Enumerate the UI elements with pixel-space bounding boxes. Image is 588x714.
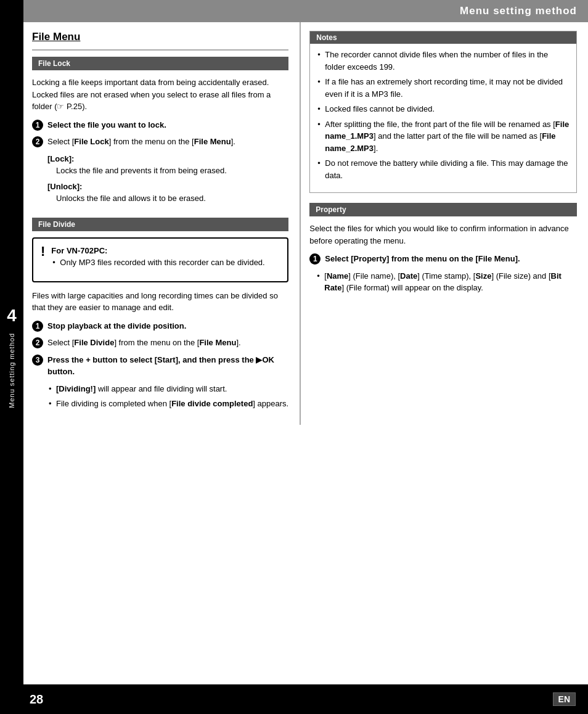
property-label: Property [309,203,577,216]
warning-content: For VN-702PC: Only MP3 files recorded wi… [51,245,264,275]
unlock-label: [Unlock]: [47,182,82,191]
file-lock-step2: 2 Select [File Lock] from the menu on th… [32,136,288,148]
property-step1: 1 Select [Property] from the menu on the… [309,253,577,265]
note-item-3: Locked files cannot be divided. [316,103,570,115]
file-divide-label: File Divide [32,218,288,231]
property-section: Property Select the files for which you … [309,203,577,294]
page-number: 28 [30,692,43,707]
divide-step3: 3 Press the + button to select [Start], … [32,354,288,378]
notes-header: Notes [310,31,576,44]
divide-step2: 2 Select [File Divide] from the menu on … [32,337,288,349]
step1-text: Select the file you want to lock. [47,119,166,131]
unlock-item: [Unlock]: Unlocks the file and allows it… [47,181,288,205]
step-num-2: 2 [32,136,43,147]
chapter-title: Menu setting method [8,333,15,408]
note-item-5: Do not remove the battery while dividing… [316,157,570,181]
file-menu-heading: File Menu [32,31,288,43]
step-num-p1: 1 [309,253,321,265]
lock-label: [Lock]: [47,154,74,163]
columns-layout: File Menu File Lock Locking a file keeps… [23,22,588,425]
file-lock-body: Locking a file keeps important data from… [32,76,288,113]
divide-step3-text: Press the + button to select [Start], an… [47,354,288,378]
lock-item: [Lock]: Locks the file and prevents it f… [47,153,288,177]
divide-step2-text: Select [File Divide] from the menu on th… [47,337,241,349]
chapter-number: 4 [7,306,17,326]
divide-bullet2: File dividing is completed when [File di… [47,398,288,410]
warning-icon: ! [41,244,45,260]
step-num-d2: 2 [32,337,43,348]
divide-step1: 1 Stop playback at the divide position. [32,320,288,332]
file-lock-step1: 1 Select the file you want to lock. [32,119,288,131]
file-lock-label: File Lock [32,57,288,70]
property-bullet1: [Name] (File name), [Date] (Time stamp),… [316,270,577,294]
property-step1-text: Select [Property] from the menu on the [… [325,253,520,265]
language-label: EN [553,692,576,706]
bottom-bar: 28 EN [0,684,588,714]
side-tab: 4 Menu setting method [0,0,23,714]
page-title: Menu setting method [460,5,577,17]
property-bullets: [Name] (File name), [Date] (Time stamp),… [316,270,577,294]
divide-bullets: [Dividing!] will appear and file dividin… [47,383,288,410]
step-num-d1: 1 [32,321,43,332]
notes-box: Notes The recorder cannot divide files w… [309,31,577,193]
right-column: Notes The recorder cannot divide files w… [301,22,588,425]
note-item-4: After splitting the file, the front part… [316,118,570,155]
step2-text: Select [File Lock] from the menu on the … [47,136,235,148]
divide-step1-text: Stop playback at the divide position. [47,320,186,332]
property-body: Select the files for which you would lik… [309,223,577,247]
note-item-1: The recorder cannot divide files when th… [316,49,570,73]
warning-box: ! For VN-702PC: Only MP3 files recorded … [32,237,288,282]
main-content: Menu setting method File Menu File Lock … [23,0,588,425]
divide-bullet1: [Dividing!] will appear and file dividin… [47,383,288,395]
warning-title: For VN-702PC: [51,245,264,257]
warning-list: Only MP3 files recorded with this record… [51,256,264,269]
left-column: File Menu File Lock Locking a file keeps… [23,22,301,425]
unlock-desc: Unlocks the file and allows it to be era… [56,192,288,205]
warning-item: Only MP3 files recorded with this record… [51,256,264,269]
notes-body: The recorder cannot divide files when th… [310,44,576,192]
file-divide-body: Files with large capacities and long rec… [32,290,288,314]
divider-1 [32,49,288,51]
page-header: Menu setting method [23,0,588,22]
lock-desc: Locks the file and prevents it from bein… [56,165,288,177]
notes-list: The recorder cannot divide files when th… [316,49,570,181]
step-num-d3: 3 [32,355,43,366]
note-item-2: If a file has an extremely short recordi… [316,76,570,100]
step-num-1: 1 [32,120,43,131]
